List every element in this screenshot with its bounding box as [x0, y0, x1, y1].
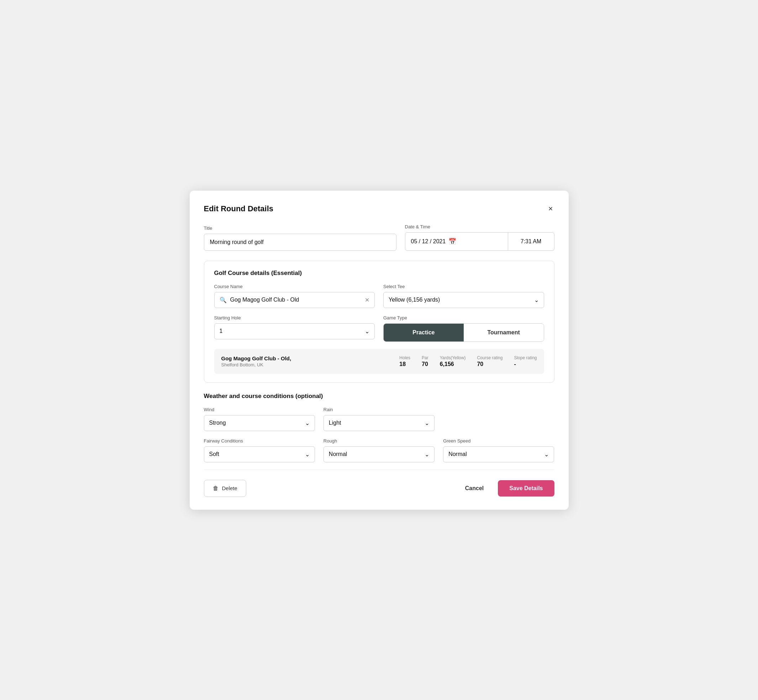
course-info-main: Gog Magog Golf Club - Old, Shelford Bott…: [221, 355, 399, 367]
green-speed-dropdown[interactable]: Normal ⌄: [443, 446, 554, 462]
fairway-group: Fairway Conditions Soft ⌄: [204, 438, 315, 462]
fairway-label: Fairway Conditions: [204, 438, 315, 444]
wind-rain-row: Wind Strong ⌄ Rain Light ⌄: [204, 407, 554, 431]
calendar-icon: 📅: [448, 238, 456, 245]
stat-par: Par 70: [422, 355, 429, 367]
fairway-rough-green-row: Fairway Conditions Soft ⌄ Rough Normal ⌄…: [204, 438, 554, 462]
rain-dropdown[interactable]: Light ⌄: [324, 415, 434, 431]
course-rating-value: 70: [477, 361, 483, 367]
select-tee-dropdown[interactable]: Yellow (6,156 yards) ⌄: [383, 292, 544, 308]
holes-label: Holes: [399, 355, 410, 360]
search-icon: 🔍: [219, 297, 227, 303]
green-speed-label: Green Speed: [443, 438, 554, 444]
starting-hole-value: 1: [219, 328, 223, 334]
datetime-group: Date & Time 05 / 12 / 2021 📅 7:31 AM: [405, 224, 554, 251]
stat-course-rating: Course rating 70: [477, 355, 503, 367]
hole-gametype-row: Starting Hole 1 ⌄ Game Type Practice Tou…: [214, 315, 544, 342]
tournament-toggle[interactable]: Tournament: [464, 324, 544, 341]
holes-value: 18: [399, 361, 406, 367]
select-tee-value: Yellow (6,156 yards): [388, 297, 440, 303]
starting-hole-group: Starting Hole 1 ⌄: [214, 315, 375, 342]
datetime-label: Date & Time: [405, 224, 554, 230]
starting-hole-label: Starting Hole: [214, 315, 375, 320]
course-rating-label: Course rating: [477, 355, 503, 360]
clear-icon[interactable]: ✕: [365, 297, 370, 303]
top-row: Title Date & Time 05 / 12 / 2021 📅 7:31 …: [204, 224, 554, 251]
chevron-down-icon-6: ⌄: [424, 451, 429, 458]
time-value: 7:31 AM: [521, 238, 542, 245]
modal-header: Edit Round Details ×: [204, 203, 554, 214]
slope-rating-value: -: [514, 361, 516, 367]
date-value: 05 / 12 / 2021: [411, 238, 446, 245]
stat-slope-rating: Slope rating -: [514, 355, 537, 367]
delete-label: Delete: [222, 485, 237, 491]
wind-dropdown[interactable]: Strong ⌄: [204, 415, 315, 431]
par-label: Par: [422, 355, 429, 360]
weather-section-title: Weather and course conditions (optional): [204, 393, 554, 400]
rough-group: Rough Normal ⌄: [324, 438, 434, 462]
chevron-down-icon-3: ⌄: [305, 420, 310, 427]
course-search-field[interactable]: [230, 297, 362, 303]
delete-button[interactable]: 🗑 Delete: [204, 480, 246, 497]
starting-hole-dropdown[interactable]: 1 ⌄: [214, 323, 375, 339]
game-type-group: Game Type Practice Tournament: [383, 315, 544, 342]
golf-section: Golf Course details (Essential) Course N…: [204, 261, 554, 383]
chevron-down-icon-5: ⌄: [305, 451, 310, 458]
wind-value: Strong: [209, 420, 226, 426]
select-tee-group: Select Tee Yellow (6,156 yards) ⌄: [383, 284, 544, 308]
stat-yards: Yards(Yellow) 6,156: [440, 355, 466, 367]
par-value: 70: [422, 361, 428, 367]
save-details-button[interactable]: Save Details: [498, 480, 554, 497]
title-input[interactable]: [204, 234, 396, 251]
green-speed-group: Green Speed Normal ⌄: [443, 438, 554, 462]
fairway-dropdown[interactable]: Soft ⌄: [204, 446, 315, 462]
modal-title: Edit Round Details: [204, 204, 274, 213]
chevron-down-icon: ⌄: [534, 297, 539, 303]
datetime-row: 05 / 12 / 2021 📅 7:31 AM: [405, 232, 554, 251]
trash-icon: 🗑: [213, 485, 219, 492]
course-name-input[interactable]: 🔍 ✕: [214, 292, 375, 308]
footer-right: Cancel Save Details: [458, 480, 554, 497]
golf-section-title: Golf Course details (Essential): [214, 270, 544, 277]
rough-label: Rough: [324, 438, 434, 444]
course-name-group: Course Name 🔍 ✕: [214, 284, 375, 308]
course-info-name: Gog Magog Golf Club - Old,: [221, 355, 399, 361]
wind-group: Wind Strong ⌄: [204, 407, 315, 431]
rough-value: Normal: [329, 451, 347, 458]
rough-dropdown[interactable]: Normal ⌄: [324, 446, 434, 462]
footer-row: 🗑 Delete Cancel Save Details: [204, 480, 554, 497]
time-input[interactable]: 7:31 AM: [508, 232, 554, 251]
date-input[interactable]: 05 / 12 / 2021 📅: [405, 232, 508, 251]
chevron-down-icon-4: ⌄: [424, 420, 429, 427]
rain-value: Light: [329, 420, 341, 426]
stat-holes: Holes 18: [399, 355, 410, 367]
rain-group: Rain Light ⌄: [324, 407, 434, 431]
chevron-down-icon-2: ⌄: [365, 328, 370, 335]
fairway-value: Soft: [209, 451, 219, 458]
game-type-toggle: Practice Tournament: [383, 323, 544, 342]
course-name-tee-row: Course Name 🔍 ✕ Select Tee Yellow (6,156…: [214, 284, 544, 308]
select-tee-label: Select Tee: [383, 284, 544, 289]
title-group: Title: [204, 225, 396, 251]
close-button[interactable]: ×: [547, 203, 554, 214]
slope-rating-label: Slope rating: [514, 355, 537, 360]
yards-label: Yards(Yellow): [440, 355, 466, 360]
weather-section: Weather and course conditions (optional)…: [204, 393, 554, 462]
cancel-button[interactable]: Cancel: [458, 480, 491, 497]
chevron-down-icon-7: ⌄: [544, 451, 549, 458]
edit-round-modal: Edit Round Details × Title Date & Time 0…: [190, 191, 568, 510]
course-info-location: Shelford Bottom, UK: [221, 362, 399, 367]
course-info-row: Gog Magog Golf Club - Old, Shelford Bott…: [214, 349, 544, 374]
course-name-label: Course Name: [214, 284, 375, 289]
rain-label: Rain: [324, 407, 434, 412]
course-stats: Holes 18 Par 70 Yards(Yellow) 6,156 Cour…: [399, 355, 537, 367]
title-label: Title: [204, 225, 396, 231]
green-speed-value: Normal: [448, 451, 467, 458]
wind-label: Wind: [204, 407, 315, 412]
yards-value: 6,156: [440, 361, 454, 367]
game-type-label: Game Type: [383, 315, 544, 320]
practice-toggle[interactable]: Practice: [384, 324, 464, 341]
